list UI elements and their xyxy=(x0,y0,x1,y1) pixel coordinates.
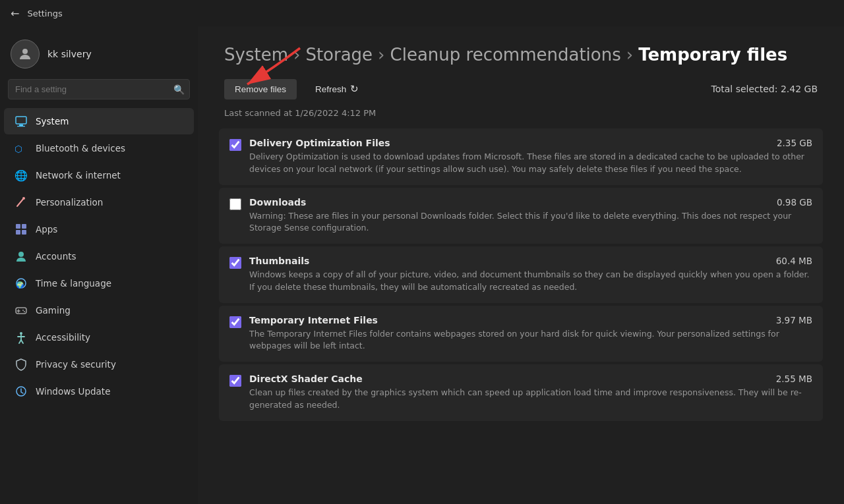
sidebar-item-label-update: Windows Update xyxy=(36,386,110,397)
system-nav-icon xyxy=(15,115,28,128)
update-nav-icon xyxy=(15,385,28,398)
file-header-internet-files: Temporary Internet Files3.97 MB xyxy=(249,315,812,325)
svg-rect-2 xyxy=(19,125,23,126)
sidebar-item-accessibility[interactable]: Accessibility xyxy=(4,324,194,350)
svg-rect-11 xyxy=(22,230,26,235)
refresh-button[interactable]: Refresh ↻ xyxy=(305,78,369,100)
sidebar-item-personalization[interactable]: Personalization xyxy=(4,189,194,215)
file-name-delivery: Delivery Optimization Files xyxy=(249,138,390,148)
privacy-nav-icon xyxy=(15,358,28,371)
accessibility-nav-icon xyxy=(15,331,28,344)
checkbox-delivery[interactable] xyxy=(229,139,241,151)
sidebar-item-label-gaming: Gaming xyxy=(36,305,71,316)
file-name-thumbnails: Thumbnails xyxy=(249,256,309,266)
search-icon: 🔍 xyxy=(173,84,185,95)
svg-point-18 xyxy=(22,310,24,311)
sidebar-item-privacy[interactable]: Privacy & security xyxy=(4,351,194,378)
sidebar-item-label-system: System xyxy=(36,116,69,126)
svg-point-12 xyxy=(18,252,24,257)
svg-point-0 xyxy=(22,49,28,54)
breadcrumb-sep-1: › xyxy=(293,45,300,65)
file-desc-directx: Clean up files created by the graphics s… xyxy=(249,387,812,412)
breadcrumb-sep-2: › xyxy=(378,45,384,65)
file-header-delivery: Delivery Optimization Files2.35 GB xyxy=(249,138,812,148)
checkbox-downloads[interactable] xyxy=(229,198,241,210)
apps-nav-icon xyxy=(15,223,28,236)
user-profile: kk silvery xyxy=(0,26,198,79)
sidebar-item-label-accessibility: Accessibility xyxy=(36,332,90,343)
file-info-thumbnails: Thumbnails60.4 MBWindows keeps a copy of… xyxy=(249,256,812,294)
svg-line-6 xyxy=(17,198,24,206)
bluetooth-nav-icon: ⬡ xyxy=(15,142,28,155)
file-desc-downloads: Warning: These are files in your persona… xyxy=(249,210,812,235)
breadcrumb-cleanup[interactable]: Cleanup recommendations xyxy=(390,45,621,65)
sidebar-item-accounts[interactable]: Accounts xyxy=(4,243,194,269)
sidebar-item-label-personalization: Personalization xyxy=(36,197,103,208)
file-name-downloads: Downloads xyxy=(249,197,306,208)
gaming-nav-icon xyxy=(15,304,28,317)
sidebar-item-system[interactable]: System xyxy=(4,108,194,134)
svg-rect-9 xyxy=(22,224,26,229)
refresh-icon: ↻ xyxy=(350,83,359,95)
file-header-directx: DirectX Shader Cache2.55 MB xyxy=(249,374,812,384)
avatar xyxy=(11,40,40,69)
file-desc-delivery: Delivery Optimization is used to downloa… xyxy=(249,151,812,176)
breadcrumb-sep-3: › xyxy=(626,45,633,65)
svg-point-19 xyxy=(24,311,25,312)
app-title: Settings xyxy=(27,9,62,18)
svg-text:🌍: 🌍 xyxy=(16,281,24,289)
refresh-label: Refresh xyxy=(315,84,346,94)
sidebar-item-label-network: Network & internet xyxy=(36,170,121,181)
sidebar-item-label-privacy: Privacy & security xyxy=(36,359,116,370)
svg-text:🌐: 🌐 xyxy=(15,169,28,182)
last-scanned: Last scanned at 1/26/2022 4:12 PM xyxy=(198,108,844,128)
accounts-nav-icon xyxy=(15,250,28,263)
sidebar-item-time[interactable]: 🌍Time & language xyxy=(4,270,194,296)
breadcrumb-current: Temporary files xyxy=(638,45,787,65)
checkbox-directx[interactable] xyxy=(229,375,241,387)
total-selected: Total selected: 2.42 GB xyxy=(711,84,818,94)
file-list: Delivery Optimization Files2.35 GBDelive… xyxy=(198,128,844,421)
title-bar: ← Settings xyxy=(0,0,844,26)
file-name-internet-files: Temporary Internet Files xyxy=(249,315,378,325)
sidebar-item-apps[interactable]: Apps xyxy=(4,216,194,242)
remove-files-button[interactable]: Remove files xyxy=(224,79,297,99)
sidebar-item-label-time: Time & language xyxy=(36,278,111,289)
file-item-downloads: Downloads0.98 GBWarning: These are files… xyxy=(219,188,823,244)
sidebar-item-gaming[interactable]: Gaming xyxy=(4,297,194,323)
main-layout: kk silvery 🔍 System⬡Bluetooth & devices🌐… xyxy=(0,26,844,504)
content-area: System › Storage › Cleanup recommendatio… xyxy=(198,26,844,504)
checkbox-thumbnails[interactable] xyxy=(229,257,241,269)
file-info-downloads: Downloads0.98 GBWarning: These are files… xyxy=(249,197,812,235)
file-header-thumbnails: Thumbnails60.4 MB xyxy=(249,256,812,266)
search-input[interactable] xyxy=(8,79,190,99)
nav-list: System⬡Bluetooth & devices🌐Network & int… xyxy=(0,107,198,405)
sidebar-item-label-apps: Apps xyxy=(36,224,57,235)
checkbox-internet-files[interactable] xyxy=(229,316,241,328)
file-item-directx: DirectX Shader Cache2.55 MBClean up file… xyxy=(219,364,823,421)
file-name-directx: DirectX Shader Cache xyxy=(249,374,363,384)
svg-rect-10 xyxy=(16,230,20,235)
breadcrumb: System › Storage › Cleanup recommendatio… xyxy=(198,26,844,78)
back-button[interactable]: ← xyxy=(11,7,19,20)
file-desc-thumbnails: Windows keeps a copy of all of your pict… xyxy=(249,269,812,294)
file-size-thumbnails: 60.4 MB xyxy=(776,256,812,266)
action-bar: Remove files Refresh ↻ Total selected: 2… xyxy=(198,78,844,108)
sidebar-item-network[interactable]: 🌐Network & internet xyxy=(4,162,194,188)
svg-rect-3 xyxy=(17,126,25,126)
sidebar-item-label-bluetooth: Bluetooth & devices xyxy=(36,143,125,154)
sidebar-item-update[interactable]: Windows Update xyxy=(4,378,194,405)
file-item-delivery: Delivery Optimization Files2.35 GBDelive… xyxy=(219,128,823,185)
file-size-internet-files: 3.97 MB xyxy=(776,315,812,325)
file-info-directx: DirectX Shader Cache2.55 MBClean up file… xyxy=(249,374,812,412)
file-header-downloads: Downloads0.98 GB xyxy=(249,197,812,208)
breadcrumb-system[interactable]: System xyxy=(224,45,288,65)
sidebar-item-bluetooth[interactable]: ⬡Bluetooth & devices xyxy=(4,135,194,161)
svg-rect-1 xyxy=(16,117,26,124)
sidebar: kk silvery 🔍 System⬡Bluetooth & devices🌐… xyxy=(0,26,198,504)
user-name: kk silvery xyxy=(47,49,92,59)
breadcrumb-storage[interactable]: Storage xyxy=(305,45,373,65)
search-box[interactable]: 🔍 xyxy=(8,79,190,99)
file-desc-internet-files: The Temporary Internet Files folder cont… xyxy=(249,328,812,353)
time-nav-icon: 🌍 xyxy=(15,277,28,290)
